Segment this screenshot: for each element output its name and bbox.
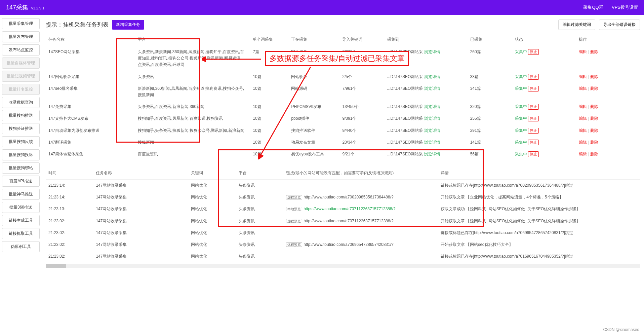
h-scrollbar[interactable]: [46, 264, 640, 268]
log-row: 21:23:02:147网站收录采集网站优化头条资讯远程预览http://www…: [46, 215, 640, 227]
tasks-col-6: 已采集: [468, 33, 512, 46]
preview-badge[interactable]: 本地预览: [286, 207, 302, 211]
task-cell: 341篇: [468, 83, 512, 101]
browse-link[interactable]: 浏览详情: [424, 152, 440, 156]
delete-link[interactable]: 删除: [590, 74, 598, 79]
sidebar-item-15[interactable]: 链接生成工具: [2, 215, 40, 226]
log-row: 21:23:13:147网站收录采集网站优化头条资讯本地预览https://ww…: [46, 203, 640, 215]
preview-badge[interactable]: 远程预览: [286, 195, 302, 199]
delete-link[interactable]: 删除: [590, 49, 598, 54]
task-cell: 147支持各大CMS发布: [46, 113, 135, 124]
browse-link[interactable]: 浏览详情: [424, 128, 440, 133]
stop-button[interactable]: 停止: [528, 86, 539, 91]
edit-link[interactable]: 编辑: [579, 128, 587, 133]
log-link-cell: 本地预览https://www.toutiao.com/a70711226371…: [283, 203, 438, 215]
sidebar-item-17[interactable]: 伪原创工具: [2, 241, 40, 252]
edit-link[interactable]: 编辑: [579, 140, 587, 145]
log-cell: 21:23:02:: [46, 227, 93, 239]
log-cell: 头条资讯: [236, 180, 283, 192]
status-badge: 采集中: [515, 86, 527, 91]
status-badge: 采集中: [515, 49, 527, 54]
browse-link[interactable]: 浏览详情: [424, 49, 440, 54]
log-cell: 头条资讯: [236, 239, 283, 251]
delete-link[interactable]: 删除: [590, 86, 598, 91]
log-link[interactable]: http://www.toutiao.com/a7069654728657420…: [304, 242, 394, 247]
log-col-0: 时间: [46, 167, 93, 180]
sidebar-item-14[interactable]: 批量360推送: [2, 202, 40, 213]
log-cell: 147网站收录采集: [93, 191, 188, 203]
log-link[interactable]: https://www.toutiao.com/a707112263715771…: [304, 207, 396, 211]
task-cell: 9/440个: [339, 125, 384, 137]
stop-button[interactable]: 停止: [528, 74, 539, 80]
task-cell: ...D:\147SEO网站采 浏览详情: [385, 148, 468, 160]
edit-link[interactable]: 编辑: [579, 152, 587, 156]
task-cell: 采集中 停止: [512, 101, 576, 113]
edit-link[interactable]: 编辑: [579, 74, 587, 79]
log-cell: 网站优化: [188, 203, 236, 215]
delete-link[interactable]: 删除: [590, 116, 598, 121]
delete-link[interactable]: 删除: [590, 128, 598, 133]
sidebar-item-0[interactable]: 批量采集管理: [2, 18, 40, 29]
log-cell: 21:23:02:: [46, 251, 93, 262]
sidebar-item-8[interactable]: 搜狗验证推送: [2, 123, 40, 134]
export-errors-button[interactable]: 导出全部错误链接: [599, 20, 640, 30]
browse-link[interactable]: 浏览详情: [424, 104, 440, 109]
task-cell: 编辑 | 删除: [576, 113, 640, 124]
status-badge: 采集中: [515, 140, 527, 145]
edit-link[interactable]: 编辑: [579, 49, 587, 54]
sidebar-item-13[interactable]: 批量神马推送: [2, 189, 40, 200]
sidebar-item-1[interactable]: 批量发布管理: [2, 31, 40, 42]
log-link[interactable]: http://www.toutiao.com/a7071122637157712…: [304, 219, 394, 223]
task-cell: ...D:\147SEO网站采 浏览详情: [385, 101, 468, 113]
sidebar-item-16[interactable]: 链接抓取工具: [2, 228, 40, 239]
edit-link[interactable]: 编辑: [579, 116, 587, 121]
stop-button[interactable]: 停止: [528, 104, 539, 110]
log-cell: 网站优化: [188, 239, 236, 251]
sidebar-item-10[interactable]: 批量搜狗投诉: [2, 149, 40, 160]
edit-filter-button[interactable]: 编辑过滤关键词: [558, 20, 595, 30]
status-badge: 采集中: [515, 152, 527, 156]
app-name: 147采集: [6, 4, 28, 11]
log-cell: 头条资讯: [236, 251, 283, 262]
stop-button[interactable]: 停止: [528, 116, 539, 121]
sidebar-item-6[interactable]: 收录数据查询: [2, 97, 40, 108]
task-cell: 编辑 | 删除: [576, 125, 640, 137]
tasks-col-8: 操作: [576, 33, 640, 46]
task-cell: 搜狗知乎,百度资讯,凤凰新闻,百度知道,搜狗资讯: [135, 113, 250, 124]
qq-group-link[interactable]: 采集QQ群: [583, 5, 603, 10]
edit-link[interactable]: 编辑: [579, 104, 587, 109]
delete-link[interactable]: 删除: [590, 140, 598, 145]
add-task-button[interactable]: 新增采集任务: [112, 20, 144, 30]
task-cell: 147seo排名采集: [46, 83, 135, 101]
browse-link[interactable]: 浏览详情: [424, 116, 440, 121]
stop-button[interactable]: 停止: [528, 128, 539, 134]
delete-link[interactable]: 删除: [590, 152, 598, 156]
browse-link[interactable]: 浏览详情: [424, 140, 440, 145]
sidebar-item-11[interactable]: 批量搜狗绑站: [2, 162, 40, 174]
task-cell: 网站源码: [288, 83, 339, 101]
log-cell: 头条资讯: [236, 215, 283, 227]
stop-button[interactable]: 停止: [528, 140, 539, 145]
task-cell: 网站收录: [288, 71, 339, 83]
sidebar-item-9[interactable]: 批量搜狗反馈: [2, 136, 40, 147]
vps-settings-link[interactable]: VPS拨号设置: [612, 5, 638, 10]
preview-badge[interactable]: 远程预览: [286, 243, 302, 247]
delete-link[interactable]: 删除: [590, 104, 598, 109]
browse-link[interactable]: 浏览详情: [424, 86, 440, 91]
log-table: 时间任务名称关键词平台链接(最小的网站可能没有匹配，如需要可群内反馈增加规则)详…: [46, 167, 640, 262]
log-row: 21:23:02:147网站收录采集网站优化头条资讯远程预览http://www…: [46, 239, 640, 251]
stop-button[interactable]: 停止: [528, 151, 539, 157]
task-cell: 147网站收录采集: [46, 71, 135, 83]
sidebar-item-12[interactable]: 百度API推送: [2, 176, 40, 187]
task-cell: 9/21个: [339, 148, 384, 160]
stop-button[interactable]: 停止: [528, 49, 539, 55]
browse-link[interactable]: 浏览详情: [424, 74, 440, 79]
sidebar-item-2[interactable]: 发布站点监控: [2, 44, 40, 55]
edit-link[interactable]: 编辑: [579, 86, 587, 91]
task-cell: 320篇: [468, 101, 512, 113]
log-link[interactable]: http://www.toutiao.com/a7002098535617364…: [304, 195, 394, 199]
task-row: 147自动采集为原创发布推送搜狗知乎,头条资讯,搜狐新闻,搜狗公众号,腾讯新闻,…: [46, 125, 640, 137]
sidebar-item-7[interactable]: 批量搜狗推送: [2, 110, 40, 121]
log-link-cell: 远程预览http://www.toutiao.com/a700209853561…: [283, 191, 438, 203]
preview-badge[interactable]: 远程预览: [286, 219, 302, 223]
